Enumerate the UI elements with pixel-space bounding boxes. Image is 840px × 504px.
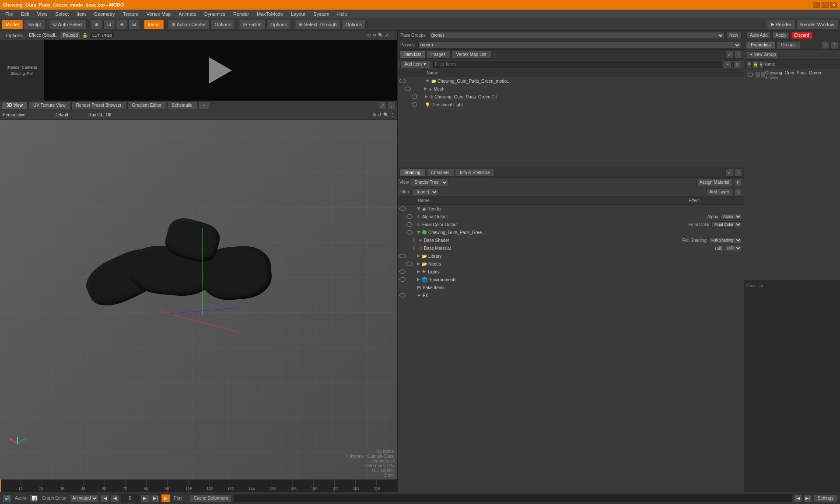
preview-more-icon[interactable]: ⋮ — [390, 33, 395, 38]
shader-row[interactable]: 📂 Nodes — [398, 260, 744, 268]
prev-keyframe-button[interactable]: |◀ — [794, 494, 802, 502]
list-item[interactable]: ◎ Chewing_Gum_Pads_Green (2) — [398, 93, 744, 101]
eye-icon-scene[interactable] — [399, 79, 406, 83]
eye-icon-fx[interactable] — [399, 293, 406, 298]
next-keyframe-button[interactable]: ▶| — [803, 494, 812, 502]
eye-icon-light[interactable] — [412, 102, 417, 107]
shader-row[interactable]: ⊞ Bake Items — [398, 284, 744, 291]
groups-eye-icon[interactable]: 👁 — [747, 60, 752, 68]
tab-channels[interactable]: Channels — [426, 169, 454, 177]
filter-select[interactable]: (none) — [413, 188, 438, 196]
shader-row[interactable]: ⊙ Final Color Output Final Color Final C… — [398, 220, 744, 228]
viewport-zoom-icon[interactable]: 🔍 — [383, 112, 388, 117]
auto-add-button[interactable]: Auto Add — [747, 32, 771, 39]
view-more-icon[interactable]: ⋮ — [388, 102, 396, 109]
alpha-effect-select[interactable]: Alpha — [720, 214, 742, 220]
item-list-expand-icon[interactable]: ⤢ — [725, 51, 733, 59]
eye-icon-alpha[interactable] — [406, 214, 413, 219]
preview-options-button[interactable]: Options — [3, 32, 26, 39]
shader-row[interactable]: ⊕ Base Shader Full Shading Full Shading — [398, 236, 744, 244]
shading-s-icon[interactable]: S — [734, 188, 742, 196]
tab-properties[interactable]: Properties — [746, 41, 776, 49]
expand-lights-icon[interactable] — [417, 270, 420, 273]
eye-icon-final-color[interactable] — [406, 222, 413, 227]
apply-button[interactable]: Apply — [773, 32, 790, 39]
menu-file[interactable]: File — [2, 10, 17, 18]
groups-content[interactable]: Chewing_Gum_Pads_Green 1 Items — [744, 69, 840, 280]
minimize-button[interactable]: — — [813, 2, 820, 8]
eye-icon-environments[interactable] — [399, 277, 406, 282]
transport-start-button[interactable]: |◀ — [100, 494, 109, 502]
menu-render[interactable]: Render — [230, 10, 252, 18]
3d-viewport[interactable]: Perspective Default Ray GL: Off ⚙ ↺ 🔍 ⋮ — [0, 110, 397, 480]
falloff-button[interactable]: ◎ Falloff — [239, 20, 266, 29]
menu-select[interactable]: Select — [52, 10, 72, 18]
tab-item-list[interactable]: Item List — [399, 51, 426, 59]
select-through-button[interactable]: ⊕ Select Through — [295, 20, 340, 29]
shading-expand-icon[interactable]: ⤢ — [725, 169, 733, 177]
viewport-options-icon[interactable]: ⋮ — [390, 112, 395, 117]
eye-icon-library[interactable] — [399, 254, 406, 258]
item-list-more-icon[interactable]: ⋮ — [734, 51, 742, 59]
groups-more-icon[interactable]: ⋮ — [830, 41, 838, 49]
shader-view-select[interactable]: Shader Tree — [411, 178, 448, 186]
tab-add[interactable]: + — [198, 102, 210, 109]
select-options-button[interactable]: Options — [341, 20, 366, 29]
shader-row[interactable]: ⊙ Alpha Output Alpha Alpha — [398, 213, 744, 220]
toolbar-icon-2[interactable]: ⊡ — [103, 20, 115, 29]
auto-select-button[interactable]: ⊙ Auto Select — [49, 20, 87, 29]
list-item[interactable]: 💡 Directional Light — [398, 101, 744, 108]
falloff-options-button[interactable]: Options — [266, 20, 291, 29]
discard-button[interactable]: Discard — [791, 32, 812, 39]
eye-icon-render[interactable] — [399, 206, 406, 211]
final-color-effect-select[interactable]: Final Color — [711, 221, 742, 228]
menu-texture[interactable]: Texture — [119, 10, 142, 18]
list-item[interactable]: 📁 Chewing_Gum_Pads_Green_modo... — [398, 77, 744, 85]
expand-nodes-icon[interactable] — [417, 262, 420, 266]
menu-dynamics[interactable]: Dynamics — [201, 10, 229, 18]
preview-settings-icon[interactable]: ⚙ — [367, 33, 371, 38]
menu-maxtomodo[interactable]: MaxToModo — [253, 10, 287, 18]
graph-editor-label[interactable]: Graph Editor — [40, 496, 69, 500]
audio-button[interactable]: 🔊 — [3, 494, 11, 502]
tab-3d-view[interactable]: 3D View — [2, 102, 28, 109]
transport-end-button[interactable]: ▶| — [151, 494, 160, 502]
assign-material-button[interactable]: Assign Material — [696, 178, 732, 186]
pass-new-button[interactable]: New — [726, 32, 741, 39]
frame-input[interactable] — [121, 494, 139, 502]
mode-model-button[interactable]: Model — [2, 20, 23, 29]
base-shader-effect-select[interactable]: Full Shading — [708, 237, 742, 243]
expand-library-icon[interactable] — [417, 254, 420, 258]
eye-icon-base-material[interactable] — [413, 246, 415, 250]
tab-images[interactable]: Images — [427, 51, 451, 59]
groups-lock-icon[interactable]: 🔒 — [752, 60, 758, 68]
expand-chewing-mat-icon[interactable] — [417, 231, 420, 234]
timeline-canvas[interactable] — [0, 480, 397, 492]
shading-content[interactable]: ◉ Render ⊙ Alpha Output A — [398, 205, 744, 492]
filter-items-input[interactable] — [433, 61, 722, 68]
tab-groups[interactable]: Groups — [777, 41, 801, 49]
settings-button[interactable]: Settings — [814, 494, 837, 502]
expand-icon-gum[interactable] — [425, 95, 428, 98]
list-item[interactable]: ◈ Mesh — [398, 85, 744, 93]
toolbar-icon-1[interactable]: ⊞ — [91, 20, 102, 29]
toolbar-icon-3[interactable]: ◈ — [116, 20, 127, 29]
toolbar-icon-4[interactable]: ⊟ — [128, 20, 140, 29]
filter-icon[interactable]: F — [724, 60, 732, 68]
action-center-button[interactable]: ⊛ Action Center — [168, 20, 210, 29]
maximize-button[interactable]: □ — [822, 2, 829, 8]
expand-environments-icon[interactable] — [417, 278, 420, 281]
eye-icon-gum[interactable] — [412, 94, 417, 99]
comment-area[interactable]: Comment — [744, 280, 840, 492]
cache-deformers-button[interactable]: Cache Deformers — [190, 494, 232, 502]
preview-search-icon[interactable]: 🔍 — [378, 33, 383, 38]
passes-select[interactable]: (none) — [418, 42, 741, 49]
shader-row[interactable]: ✦ FX — [398, 291, 744, 299]
eye-icon-nodes[interactable] — [406, 262, 413, 266]
menu-help[interactable]: Help — [334, 10, 351, 18]
items-button[interactable]: Items — [144, 20, 164, 29]
shader-row[interactable]: ◉ Render — [398, 205, 744, 213]
animated-select[interactable]: Animated — [70, 494, 98, 502]
eye-icon-mesh[interactable] — [405, 87, 411, 91]
close-button[interactable]: ✕ — [830, 2, 837, 8]
